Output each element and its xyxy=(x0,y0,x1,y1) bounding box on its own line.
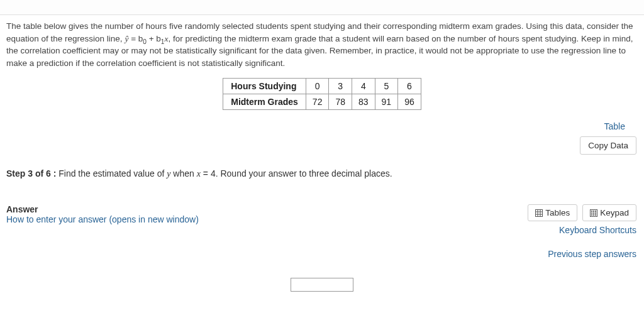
keypad-button-label: Keypad xyxy=(600,208,629,217)
top-toolbar xyxy=(0,0,644,15)
svg-rect-12 xyxy=(591,214,592,216)
keypad-button[interactable]: Keypad xyxy=(582,204,636,221)
step-mid: when xyxy=(170,168,196,178)
svg-rect-11 xyxy=(595,212,596,214)
eq-plus: + b xyxy=(147,34,161,43)
cell: 91 xyxy=(375,94,398,110)
table-row: Midterm Grades 72 78 83 91 96 xyxy=(223,94,421,110)
step-after: . Round your answer to three decimal pla… xyxy=(216,168,392,178)
eq-mid: = b xyxy=(128,34,143,43)
cell: 4 xyxy=(352,79,375,94)
data-table: Hours Studying 0 3 4 5 6 Midterm Grades … xyxy=(223,78,421,110)
svg-rect-6 xyxy=(591,211,592,212)
previous-answers-link[interactable]: Previous step answers xyxy=(6,249,638,259)
step-eq: = 4 xyxy=(201,168,216,178)
row-header-hours: Hours Studying xyxy=(223,79,306,94)
svg-rect-0 xyxy=(536,210,543,217)
cell: 0 xyxy=(306,79,329,94)
cell: 83 xyxy=(352,94,375,110)
answer-input[interactable] xyxy=(291,278,353,292)
cell: 3 xyxy=(329,79,352,94)
cell: 5 xyxy=(375,79,398,94)
answer-right: Tables Keypad Keyboard Shortcuts xyxy=(525,204,636,235)
svg-rect-9 xyxy=(591,212,592,214)
svg-rect-13 xyxy=(593,214,594,216)
keyboard-shortcuts-link[interactable]: Keyboard Shortcuts xyxy=(525,225,636,235)
table-icon xyxy=(535,209,543,217)
tables-button-label: Tables xyxy=(545,208,570,217)
table-actions: Table Copy Data xyxy=(6,121,638,155)
cell: 96 xyxy=(398,94,421,110)
cell: 78 xyxy=(329,94,352,110)
cell: 6 xyxy=(398,79,421,94)
table-link[interactable]: Table xyxy=(604,121,625,131)
row-header-grades: Midterm Grades xyxy=(223,94,306,110)
keypad-icon xyxy=(590,209,597,217)
problem-statement: The table below gives the number of hour… xyxy=(6,20,638,69)
step-label: Step 3 of 6 : xyxy=(6,168,56,178)
svg-rect-14 xyxy=(595,214,596,216)
y-hat-symbol: ŷ xyxy=(125,34,128,43)
step-before: Find the estimated value of xyxy=(56,168,167,178)
tables-button[interactable]: Tables xyxy=(528,204,577,221)
svg-rect-7 xyxy=(593,211,594,212)
table-row: Hours Studying 0 3 4 5 6 xyxy=(223,79,421,94)
how-to-enter-link[interactable]: How to enter your answer (opens in new w… xyxy=(6,214,199,224)
answer-input-row xyxy=(6,278,638,292)
svg-rect-8 xyxy=(595,211,596,212)
cell: 72 xyxy=(306,94,329,110)
answer-label: Answer xyxy=(6,204,199,214)
answer-row: Answer How to enter your answer (opens i… xyxy=(6,204,638,235)
svg-rect-10 xyxy=(593,212,594,214)
copy-data-button[interactable]: Copy Data xyxy=(580,136,636,155)
answer-left: Answer How to enter your answer (opens i… xyxy=(6,204,199,224)
data-table-wrapper: Hours Studying 0 3 4 5 6 Midterm Grades … xyxy=(6,78,638,110)
content-area: The table below gives the number of hour… xyxy=(0,15,644,292)
step-prompt: Step 3 of 6 : Find the estimated value o… xyxy=(6,168,638,179)
